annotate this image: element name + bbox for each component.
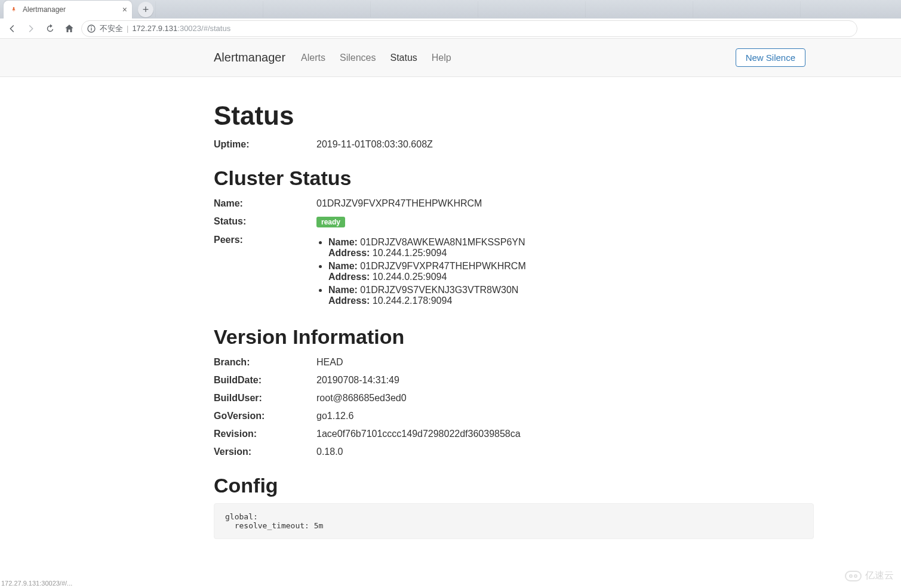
peer-address: 10.244.2.178:9094 — [373, 295, 452, 306]
version-value: 1ace0f76b7101cccc149d7298022df36039858ca — [316, 429, 687, 439]
version-row: Branch: HEAD — [214, 353, 687, 371]
address-url-host: 172.27.9.131 — [132, 24, 177, 33]
version-value: go1.12.6 — [316, 411, 687, 421]
svg-rect-1 — [91, 27, 91, 30]
new-silence-button[interactable]: New Silence — [736, 48, 805, 67]
cluster-name-label: Name: — [214, 198, 316, 209]
address-url-path: :30023/#/status — [177, 24, 230, 33]
status-badge: ready — [316, 217, 345, 227]
uptime-label: Uptime: — [214, 139, 316, 150]
new-tab-button[interactable]: + — [138, 2, 153, 17]
version-value: root@868685ed3ed0 — [316, 393, 687, 404]
browser-chrome: Alertmanager × + 不安全 | 172.27.9.131:3002… — [0, 0, 901, 39]
nav-reload-button[interactable] — [43, 21, 57, 36]
cluster-status-value: ready — [316, 216, 687, 227]
cluster-name-value: 01DRJZV9FVXPR47THEHPWKHRCM — [316, 198, 687, 209]
nav-link-status[interactable]: Status — [390, 53, 417, 63]
version-row: GoVersion: go1.12.6 — [214, 407, 687, 425]
peer-item: Name: 01DRJZV9S7VEKNJ3G3VTR8W30N Address… — [328, 285, 687, 306]
version-row: Version: 0.18.0 — [214, 443, 687, 461]
app-navbar: Alertmanager Alerts Silences Status Help… — [0, 39, 901, 77]
site-info-icon[interactable] — [87, 24, 96, 33]
peer-address-label: Address: — [328, 295, 370, 306]
browser-tab-title: Alertmanager — [23, 5, 66, 14]
brand-title[interactable]: Alertmanager — [214, 51, 285, 64]
insecure-label: 不安全 — [100, 23, 123, 34]
nav-link-help[interactable]: Help — [432, 53, 451, 63]
cluster-name-row: Name: 01DRJZV9FVXPR47THEHPWKHRCM — [214, 195, 687, 213]
svg-rect-2 — [91, 26, 91, 27]
peer-name: 01DRJZV8AWKEWA8N1MFKSSP6YN — [360, 237, 525, 247]
version-value: 0.18.0 — [316, 447, 687, 457]
nav-home-button[interactable] — [62, 21, 76, 36]
alertmanager-favicon — [10, 5, 18, 14]
cluster-status-label: Status: — [214, 216, 316, 227]
config-heading: Config — [214, 474, 687, 497]
peer-address-label: Address: — [328, 272, 370, 282]
version-value: 20190708-14:31:49 — [316, 375, 687, 386]
cluster-peers-row: Peers: Name: 01DRJZV8AWKEWA8N1MFKSSP6YN … — [214, 231, 687, 312]
peer-name-label: Name: — [328, 237, 358, 247]
browser-tab-active[interactable]: Alertmanager × — [4, 1, 132, 19]
version-info-heading: Version Information — [214, 325, 687, 349]
peer-item: Name: 01DRJZV8AWKEWA8N1MFKSSP6YN Address… — [328, 237, 687, 258]
page-title: Status — [214, 101, 687, 131]
version-label: Version: — [214, 447, 316, 457]
version-value: HEAD — [316, 357, 687, 368]
peer-name-label: Name: — [328, 261, 358, 271]
version-label: BuildDate: — [214, 375, 316, 386]
page-content: Status Uptime: 2019-11-01T08:03:30.608Z … — [0, 77, 687, 563]
peer-item: Name: 01DRJZV9FVXPR47THEHPWKHRCM Address… — [328, 261, 687, 282]
version-row: BuildUser: root@868685ed3ed0 — [214, 389, 687, 407]
peer-address-label: Address: — [328, 248, 370, 258]
cluster-peers-label: Peers: — [214, 235, 316, 309]
peer-name-label: Name: — [328, 285, 358, 295]
config-text: global: resolve_timeout: 5m — [214, 503, 814, 539]
version-label: Revision: — [214, 429, 316, 439]
version-row: BuildDate: 20190708-14:31:49 — [214, 371, 687, 389]
close-tab-icon[interactable]: × — [122, 5, 127, 14]
peer-name: 01DRJZV9FVXPR47THEHPWKHRCM — [360, 261, 525, 271]
peer-address: 10.244.1.25:9094 — [373, 248, 447, 258]
cluster-status-heading: Cluster Status — [214, 167, 687, 190]
peers-list: Name: 01DRJZV8AWKEWA8N1MFKSSP6YN Address… — [316, 237, 687, 306]
version-label: Branch: — [214, 357, 316, 368]
peer-name: 01DRJZV9S7VEKNJ3G3VTR8W30N — [360, 285, 518, 295]
browser-tab-strip: Alertmanager × + — [0, 0, 901, 19]
address-bar[interactable]: 不安全 | 172.27.9.131:30023/#/status — [81, 20, 857, 37]
nav-back-button[interactable] — [5, 21, 19, 36]
nav-link-alerts[interactable]: Alerts — [301, 53, 325, 63]
version-label: GoVersion: — [214, 411, 316, 421]
uptime-value: 2019-11-01T08:03:30.608Z — [316, 139, 687, 150]
address-url: 172.27.9.131:30023/#/status — [132, 24, 230, 33]
cluster-peers-value: Name: 01DRJZV8AWKEWA8N1MFKSSP6YN Address… — [316, 235, 687, 309]
version-row: Revision: 1ace0f76b7101cccc149d7298022df… — [214, 425, 687, 443]
cluster-status-row: Status: ready — [214, 213, 687, 231]
peer-address: 10.244.0.25:9094 — [373, 272, 447, 282]
nav-forward-button[interactable] — [24, 21, 38, 36]
version-label: BuildUser: — [214, 393, 316, 404]
uptime-row: Uptime: 2019-11-01T08:03:30.608Z — [214, 136, 687, 153]
browser-toolbar: 不安全 | 172.27.9.131:30023/#/status — [0, 19, 901, 39]
background-tabs-ghost — [155, 1, 901, 17]
nav-link-silences[interactable]: Silences — [340, 53, 376, 63]
address-separator: | — [127, 24, 128, 33]
